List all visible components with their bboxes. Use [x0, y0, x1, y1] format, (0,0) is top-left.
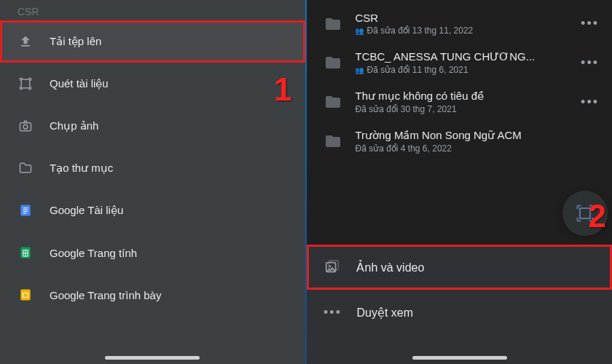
folder-name: Thư mục không có tiêu đề [355, 90, 565, 103]
action-label: Google Trang trình bày [50, 289, 161, 301]
scan-document-action[interactable]: Quét tài liệu [0, 63, 305, 105]
home-indicator [105, 356, 200, 360]
svg-rect-1 [20, 123, 31, 131]
action-label: Quét tài liệu [50, 77, 109, 90]
camera-icon [17, 118, 34, 134]
folder-meta: Đã sửa đổi 30 thg 7, 2021 [355, 104, 565, 114]
svg-rect-5 [20, 290, 30, 301]
drive-folder-panel: CSR 👥 Đã sửa đổi 13 thg 11, 2022 ••• TCB… [307, 0, 612, 364]
folder-row[interactable]: CSR 👥 Đã sửa đổi 13 thg 11, 2022 ••• [307, 4, 612, 43]
create-actions-list: Tải tệp lên Quét tài liệu Chụp ảnh Tạo t… [0, 20, 305, 316]
folder-row[interactable]: TCBC_ ANESSA TUNG CHƯƠNG... 👥 Đã sửa đổi… [307, 43, 612, 82]
folder-icon [324, 132, 342, 150]
media-icon [324, 259, 340, 275]
action-label: Chụp ảnh [50, 119, 98, 132]
scan-icon [17, 76, 34, 92]
folder-meta: 👥 Đã sửa đổi 13 thg 11, 2022 [355, 25, 565, 36]
action-label: Google Trang tính [50, 247, 137, 259]
action-label: Tạo thư mục [50, 162, 113, 175]
take-photo-action[interactable]: Chụp ảnh [0, 105, 305, 147]
create-menu-panel: CSR Tải tệp lên Quét tài liệu Chụp ảnh [0, 0, 305, 364]
google-docs-action[interactable]: Google Tài liệu [0, 189, 305, 232]
shared-icon: 👥 [355, 27, 364, 35]
folder-list: CSR 👥 Đã sửa đổi 13 thg 11, 2022 ••• TCB… [307, 0, 612, 161]
folder-new-icon [17, 160, 34, 176]
browse-option[interactable]: ••• Duyệt xem [307, 290, 612, 335]
create-folder-action[interactable]: Tạo thư mục [0, 147, 305, 189]
folder-name: CSR [355, 12, 565, 24]
sheet-item-label: Duyệt xem [356, 306, 413, 320]
google-slides-action[interactable]: Google Trang trình bày [0, 274, 305, 316]
svg-point-2 [23, 124, 28, 129]
upload-picker-sheet: Ảnh và video ••• Duyệt xem [307, 245, 612, 364]
folder-icon [324, 15, 342, 33]
folder-context-label: CSR [0, 0, 305, 20]
svg-rect-10 [329, 261, 339, 270]
google-sheets-icon [17, 245, 34, 261]
folder-row[interactable]: Trường Mầm Non Song Ngữ ACM Đã sửa đổi 4… [307, 122, 612, 161]
more-button[interactable]: ••• [578, 52, 602, 74]
more-button[interactable]: ••• [578, 13, 602, 34]
scan-fab[interactable] [562, 191, 608, 236]
folder-icon [324, 54, 342, 71]
folder-meta: Đã sửa đổi 4 thg 6, 2022 [355, 143, 602, 154]
google-slides-icon [17, 287, 34, 303]
google-sheets-action[interactable]: Google Trang tính [0, 232, 305, 274]
more-icon: ••• [324, 304, 340, 320]
upload-file-action[interactable]: Tải tệp lên [0, 20, 305, 63]
folder-name: Trường Mầm Non Song Ngữ ACM [355, 129, 602, 142]
action-label: Tải tệp lên [50, 35, 101, 48]
home-indicator [412, 356, 507, 360]
folder-row[interactable]: Thư mục không có tiêu đề Đã sửa đổi 30 t… [307, 82, 612, 122]
folder-icon [324, 93, 342, 111]
folder-meta: 👥 Đã sửa đổi 11 thg 6, 2021 [355, 65, 565, 75]
google-docs-icon [17, 202, 34, 218]
more-button[interactable]: ••• [578, 92, 602, 113]
svg-rect-0 [21, 79, 30, 88]
action-label: Google Tài liệu [50, 204, 123, 217]
photos-and-videos-option[interactable]: Ảnh và video [307, 245, 612, 290]
sheet-item-label: Ảnh và video [356, 261, 424, 274]
svg-rect-3 [20, 205, 30, 216]
upload-icon [17, 33, 34, 50]
shared-icon: 👥 [355, 66, 364, 74]
folder-name: TCBC_ ANESSA TUNG CHƯƠNG... [355, 50, 565, 63]
svg-rect-7 [580, 208, 590, 218]
